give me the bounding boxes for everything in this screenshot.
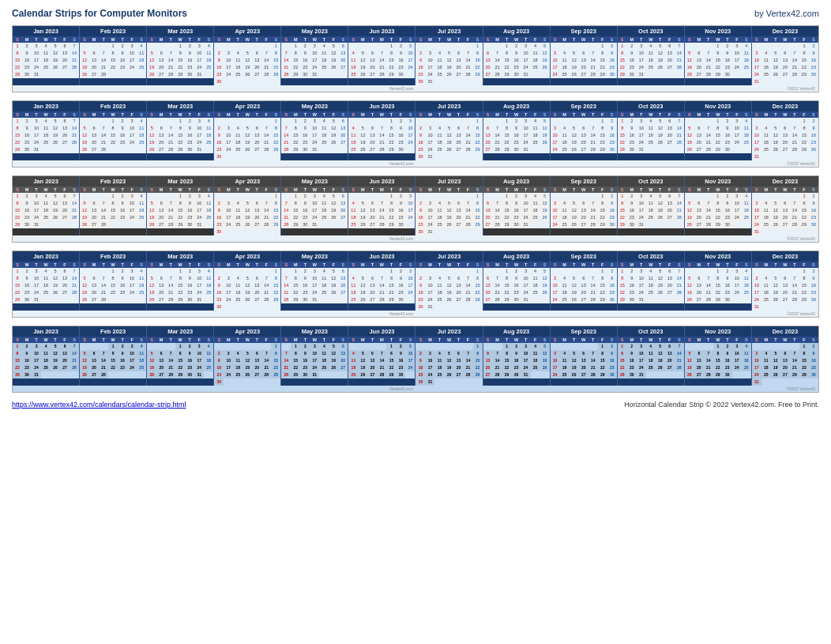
day-header: T <box>319 337 329 343</box>
cal-day-cell: 21 <box>588 364 598 371</box>
cal-day-cell: 16 <box>512 357 521 364</box>
cal-day-cell: 16 <box>512 207 521 214</box>
cal-day-cell: 22 <box>598 64 607 71</box>
cal-day-cell: 11 <box>646 200 656 207</box>
month-block: Nov 2023SMTWTFS1234567891011121314151617… <box>685 176 752 235</box>
cal-day-cell: 20 <box>454 64 464 71</box>
cal-day-cell: 7 <box>704 125 713 132</box>
day-header: T <box>185 186 194 193</box>
cal-day-cell: 6 <box>89 200 99 207</box>
day-header: T <box>32 186 41 193</box>
cal-empty-cell <box>473 378 483 386</box>
cal-empty-cell <box>809 228 818 235</box>
cal-empty-cell <box>243 343 252 350</box>
day-header: T <box>99 186 108 193</box>
cal-day-cell: 16 <box>723 207 732 214</box>
day-header: S <box>675 186 684 193</box>
cal-day-cell: 15 <box>799 282 809 289</box>
cal-day-cell: 11 <box>761 57 771 64</box>
cal-empty-cell <box>483 343 493 350</box>
cal-day-cell: 3 <box>551 200 560 207</box>
day-header: S <box>742 111 751 118</box>
cal-day-cell: 19 <box>540 282 550 289</box>
cal-empty-cell <box>252 118 261 125</box>
cal-day-cell: 28 <box>704 221 713 228</box>
cal-day-cell: 14 <box>790 207 799 214</box>
cal-day-cell: 8 <box>108 200 118 207</box>
day-header: T <box>118 262 127 268</box>
cal-day-cell: 24 <box>310 214 319 221</box>
cal-day-cell: 16 <box>607 357 617 364</box>
cal-day-cell: 30 <box>300 221 310 228</box>
cal-day-cell: 4 <box>531 193 540 200</box>
cal-day-cell: 15 <box>598 132 607 139</box>
cal-day-cell: 21 <box>70 357 79 364</box>
cal-day-cell: 25 <box>137 214 146 221</box>
cal-day-cell: 4 <box>41 343 51 350</box>
cal-day-cell: 1 <box>502 343 512 350</box>
day-header: S <box>281 337 291 343</box>
cal-day-cell: 18 <box>41 282 51 289</box>
day-header: F <box>665 262 675 268</box>
day-header: T <box>790 262 799 268</box>
footer-url[interactable]: https://www.vertex42.com/calendars/calen… <box>12 401 186 409</box>
cal-day-cell: 15 <box>473 132 483 139</box>
cal-day-cell: 2 <box>512 118 521 125</box>
cal-empty-cell <box>261 343 271 350</box>
cal-empty-cell <box>464 268 473 275</box>
cal-day-cell: 20 <box>780 364 790 371</box>
cal-day-cell: 16 <box>607 282 617 289</box>
cal-day-cell: 23 <box>118 64 127 71</box>
cal-day-cell: 25 <box>233 221 243 228</box>
cal-day-cell: 14 <box>588 132 598 139</box>
cal-day-cell: 7 <box>261 350 271 357</box>
month-title: Jul 2023 <box>416 101 482 111</box>
cal-day-cell: 18 <box>319 57 329 64</box>
cal-empty-cell <box>60 371 70 378</box>
month-block: Jun 2023SMTWTFS1234567891011121314151617… <box>348 101 416 160</box>
cal-day-cell: 8 <box>799 125 809 132</box>
cal-day-cell: 5 <box>540 118 550 125</box>
cal-day-cell: 7 <box>790 125 799 132</box>
cal-day-cell: 13 <box>665 275 675 282</box>
month-block: Jan 2023SMTWTFS1234567891011121314151617… <box>13 101 80 160</box>
cal-day-cell: 2 <box>809 43 818 50</box>
cal-day-cell: 17 <box>224 139 233 146</box>
day-header: W <box>780 111 790 118</box>
day-header: F <box>329 186 338 193</box>
cal-day-cell: 18 <box>761 139 771 146</box>
day-header: F <box>598 36 607 43</box>
cal-day-cell: 25 <box>204 139 213 146</box>
cal-day-cell: 4 <box>646 343 656 350</box>
cal-day-cell: 28 <box>675 364 684 371</box>
cal-empty-cell <box>752 43 761 50</box>
cal-day-cell: 31 <box>32 296 41 303</box>
day-header: S <box>281 36 291 43</box>
cal-day-cell: 13 <box>156 282 166 289</box>
cal-day-cell: 7 <box>99 125 108 132</box>
cal-day-cell: 10 <box>224 282 233 289</box>
day-header: M <box>291 262 300 268</box>
cal-day-cell: 6 <box>60 343 70 350</box>
cal-day-cell: 9 <box>300 200 310 207</box>
cal-day-cell: 17 <box>637 282 646 289</box>
cal-empty-cell <box>685 268 694 275</box>
cal-empty-cell <box>233 343 243 350</box>
strip-watermark: Vertex42.com <box>16 236 787 241</box>
cal-empty-cell <box>425 43 434 50</box>
cal-day-cell: 14 <box>493 357 502 364</box>
cal-empty-cell <box>319 221 329 228</box>
day-header: M <box>156 36 166 43</box>
cal-day-cell: 13 <box>694 357 704 364</box>
cal-day-cell: 2 <box>396 43 405 50</box>
cal-empty-cell <box>483 268 493 275</box>
cal-empty-cell <box>694 193 704 200</box>
strip-watermark: Vertex42.com <box>16 311 787 316</box>
cal-empty-cell <box>780 378 790 386</box>
cal-day-cell: 25 <box>560 71 570 78</box>
cal-empty-cell <box>70 296 79 303</box>
cal-day-cell: 25 <box>646 364 656 371</box>
cal-day-cell: 15 <box>291 57 300 64</box>
cal-day-cell: 17 <box>224 289 233 296</box>
cal-day-cell: 29 <box>13 371 22 378</box>
